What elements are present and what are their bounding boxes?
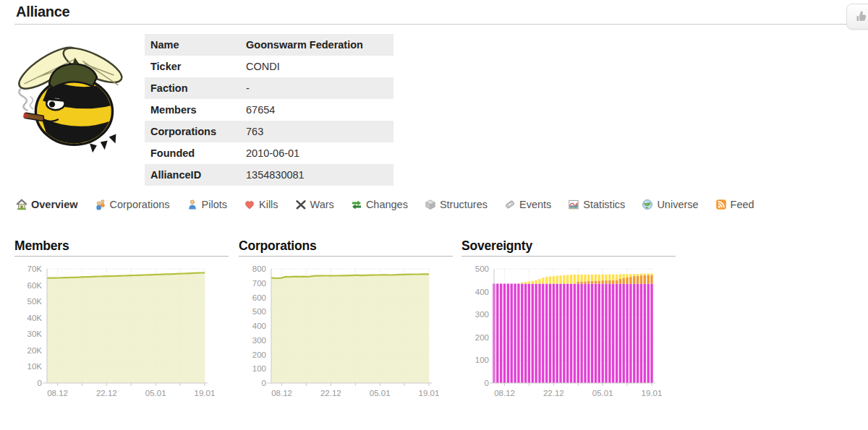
svg-text:500: 500 <box>252 307 266 316</box>
svg-text:0: 0 <box>262 379 266 387</box>
svg-text:0: 0 <box>485 379 489 387</box>
svg-text:800: 800 <box>252 265 266 273</box>
table-row: Name Goonswarm Federation <box>145 34 393 56</box>
table-row: Founded 2010-06-01 <box>145 142 393 164</box>
svg-text:100: 100 <box>252 364 266 373</box>
info-label: AllianceID <box>145 164 242 186</box>
info-value: Goonswarm Federation <box>242 34 393 56</box>
svg-text:05.01: 05.01 <box>370 389 391 397</box>
svg-text:400: 400 <box>252 322 266 330</box>
svg-text:10K: 10K <box>27 362 43 371</box>
svg-text:50K: 50K <box>27 297 43 306</box>
svg-text:22.12: 22.12 <box>543 389 564 397</box>
nav-item-label: Changes <box>366 199 408 210</box>
svg-text:200: 200 <box>252 351 266 359</box>
nav-item-events[interactable]: Events <box>504 199 551 210</box>
corporations-chart: Corporations 010020030040050060070080008… <box>239 238 453 400</box>
nav-item-label: Events <box>519 199 551 210</box>
nav-item-wars[interactable]: Wars <box>295 199 334 210</box>
table-row: Faction - <box>145 77 393 99</box>
nav-item-changes[interactable]: Changes <box>351 199 408 210</box>
nav-item-label: Pilots <box>202 199 227 210</box>
svg-text:0: 0 <box>38 379 42 387</box>
nav-item-universe[interactable]: Universe <box>642 199 698 210</box>
alliance-info-table: Name Goonswarm Federation Ticker CONDI F… <box>145 34 393 186</box>
svg-text:08.12: 08.12 <box>47 389 68 397</box>
svg-text:20K: 20K <box>27 346 43 355</box>
svg-text:05.01: 05.01 <box>145 389 166 397</box>
chart-icon <box>568 199 579 210</box>
svg-text:19.01: 19.01 <box>195 389 216 397</box>
share-button[interactable] <box>846 4 868 30</box>
svg-text:22.12: 22.12 <box>320 389 341 397</box>
ticket-icon <box>504 199 516 210</box>
corporations-chart-plot: 010020030040050060070080008.1222.1205.01… <box>239 258 456 400</box>
home-icon <box>16 199 27 210</box>
svg-text:400: 400 <box>475 288 489 296</box>
pilot-icon <box>187 199 198 210</box>
svg-text:600: 600 <box>252 293 266 302</box>
table-row: Corporations 763 <box>145 121 393 142</box>
corporations-icon <box>95 199 106 210</box>
nav-item-label: Feed <box>731 199 754 210</box>
info-value: - <box>242 77 393 99</box>
globe-icon <box>642 199 653 210</box>
info-label: Founded <box>145 142 242 164</box>
nav-item-pilots[interactable]: Pilots <box>187 199 227 210</box>
info-value: 2010-06-01 <box>242 142 393 164</box>
nav-item-overview[interactable]: Overview <box>16 199 78 210</box>
alliance-logo <box>10 36 135 158</box>
info-label: Ticker <box>145 56 242 77</box>
nav-item-label: Overview <box>31 199 78 210</box>
svg-text:22.12: 22.12 <box>96 389 117 397</box>
nav-item-statistics[interactable]: Statistics <box>568 199 625 210</box>
svg-text:19.01: 19.01 <box>642 389 663 397</box>
svg-text:100: 100 <box>475 356 489 364</box>
info-value: 1354830081 <box>242 164 393 186</box>
svg-text:19.01: 19.01 <box>419 389 440 397</box>
nav-item-feed[interactable]: Feed <box>715 199 754 210</box>
members-chart: Members 010K20K30K40K50K60K70K08.1222.12… <box>14 238 229 400</box>
table-row: AllianceID 1354830081 <box>145 164 393 186</box>
svg-text:700: 700 <box>252 279 266 288</box>
info-value: 67654 <box>242 99 393 121</box>
header-divider <box>14 24 868 25</box>
bee-smoke <box>19 89 33 111</box>
table-row: Ticker CONDI <box>145 56 393 77</box>
svg-text:05.01: 05.01 <box>592 389 613 397</box>
nav-item-kills[interactable]: Kills <box>244 199 278 210</box>
chart-title: Members <box>14 238 229 257</box>
info-label: Faction <box>145 77 242 99</box>
svg-text:200: 200 <box>475 333 489 342</box>
swap-arrows-icon <box>351 199 362 210</box>
info-value: CONDI <box>242 56 393 77</box>
info-label: Members <box>145 99 242 121</box>
nav-item-structures[interactable]: Structures <box>425 199 488 210</box>
crossed-swords-icon <box>295 199 307 210</box>
svg-text:40K: 40K <box>27 314 43 322</box>
nav-item-corporations[interactable]: Corporations <box>95 199 170 210</box>
thumb-up-icon <box>854 9 868 24</box>
rss-icon <box>715 199 727 210</box>
nav-item-label: Wars <box>310 199 334 210</box>
svg-text:70K: 70K <box>27 265 43 273</box>
heart-icon <box>244 199 255 210</box>
sovereignty-chart-plot: 010020030040050008.1222.1205.0119.01 <box>461 258 678 400</box>
nav-item-label: Kills <box>259 199 278 210</box>
sovereignty-chart: Sovereignty 010020030040050008.1222.1205… <box>461 238 676 400</box>
table-row: Members 67654 <box>145 99 393 121</box>
nav-item-label: Universe <box>657 199 698 210</box>
svg-text:08.12: 08.12 <box>494 389 515 397</box>
info-label: Corporations <box>145 121 242 142</box>
nav-item-label: Structures <box>440 199 488 210</box>
chart-title: Sovereignty <box>461 238 676 257</box>
chart-title: Corporations <box>239 238 453 257</box>
nav-item-label: Corporations <box>110 199 170 210</box>
svg-text:60K: 60K <box>27 281 43 290</box>
nav-item-label: Statistics <box>583 199 625 210</box>
members-chart-plot: 010K20K30K40K50K60K70K08.1222.1205.0119.… <box>14 258 231 400</box>
info-label: Name <box>145 34 242 56</box>
info-value: 763 <box>242 121 393 142</box>
svg-text:08.12: 08.12 <box>271 389 292 397</box>
svg-text:500: 500 <box>475 265 489 273</box>
